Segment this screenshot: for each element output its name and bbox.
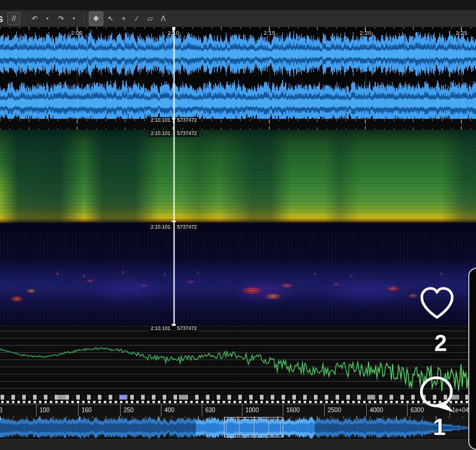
- plus-tool-button[interactable]: +: [118, 13, 130, 25]
- stereo-waveform-display[interactable]: [0, 27, 476, 119]
- ruler-tick: [66, 416, 67, 418]
- ruler-tick: [154, 27, 154, 29]
- ruler-tick: [346, 27, 346, 29]
- ruler-tick: [357, 416, 357, 420]
- ruler-tick: [240, 27, 241, 29]
- redo-menu-button[interactable]: ▾: [68, 13, 80, 25]
- window-bottom-strip: [0, 439, 476, 450]
- ruler-tick: [327, 27, 327, 29]
- ruler-tick: [442, 27, 442, 29]
- plus-tool-icon: +: [121, 14, 125, 23]
- playhead-line[interactable]: [173, 27, 175, 326]
- scale-separator: [283, 404, 283, 417]
- frequency-analysis-curve: [0, 326, 476, 394]
- toolbar-separator: [24, 13, 25, 24]
- undo-menu-button[interactable]: ▾: [42, 13, 54, 25]
- piano-keys: [0, 394, 476, 404]
- pencil-tool-icon: ∕: [136, 14, 137, 23]
- scale-separator: [202, 404, 202, 417]
- ruler-tick: [192, 27, 193, 29]
- ruler-tick: [259, 27, 260, 29]
- slashes-toggle-icon: //: [12, 14, 16, 23]
- frequency-label: 400: [164, 407, 175, 413]
- overview-playhead[interactable]: [254, 416, 255, 439]
- ruler-tick: [211, 416, 212, 418]
- playhead-handle-top[interactable]: [172, 27, 175, 30]
- ruler-tick: [0, 416, 1, 420]
- comment-bubble-icon[interactable]: [418, 376, 457, 414]
- pencil-tool-button[interactable]: ∕: [131, 13, 143, 25]
- frequency-label: 100: [40, 407, 50, 413]
- eraser-tool-button[interactable]: ▱: [144, 13, 156, 25]
- redo-icon: ↷: [58, 14, 64, 23]
- cursor-tool-button[interactable]: ↖: [104, 13, 116, 25]
- cursor-readout-row: 2:10.1015737472: [0, 325, 476, 332]
- ruler-tick: [10, 27, 10, 29]
- ruler-tick: [461, 27, 462, 32]
- scale-separator: [366, 404, 367, 417]
- ruler-tick: [58, 27, 58, 29]
- ruler-tick: [0, 27, 1, 29]
- ruler-tick: [317, 416, 318, 420]
- ruler-tick: [365, 27, 366, 32]
- comment-count: 1: [426, 415, 453, 440]
- ruler-tick: [106, 27, 106, 29]
- frequency-label: 1000: [246, 407, 259, 413]
- cursor-time: 2:10.101: [149, 117, 172, 124]
- ruler-tick: [92, 416, 93, 418]
- ruler-tick: [471, 27, 471, 29]
- time-selection-tool-button[interactable]: ❖: [89, 11, 103, 26]
- redo-button[interactable]: ↷: [55, 13, 67, 25]
- undo-icon: ↶: [32, 14, 38, 23]
- ruler-tick: [29, 27, 29, 30]
- ruler-tick: [291, 416, 291, 418]
- ruler-tick: [79, 416, 80, 420]
- ruler-tick: [144, 27, 145, 29]
- frequency-label: 630: [205, 407, 215, 413]
- ruler-tick: [115, 27, 116, 29]
- ruler-tick: [40, 416, 40, 420]
- frequency-label: 2500: [328, 407, 341, 413]
- ruler-tick: [96, 27, 97, 29]
- undo-button[interactable]: ↶: [29, 13, 41, 25]
- ruler-tick: [106, 416, 106, 418]
- ruler-tick: [172, 416, 172, 418]
- spectrogram-blue[interactable]: [0, 232, 476, 326]
- frequency-scale: 63100160250400630100016002500400063001e+…: [0, 404, 476, 418]
- ruler-tick: [288, 27, 289, 29]
- ruler-tick: [304, 416, 304, 418]
- ruler-tick: [251, 416, 252, 418]
- ruler-tick: [413, 27, 414, 30]
- ruler-tick: [432, 27, 433, 29]
- frequency-label: 63: [0, 407, 2, 413]
- ruler-tick: [396, 416, 397, 420]
- cursor-readout-row: 2:10.1015737472: [0, 224, 476, 230]
- scale-separator: [161, 404, 161, 417]
- ruler-tick: [125, 27, 125, 30]
- toolbar: S //↶▾↷▾❖↖+∕▱Λ: [0, 10, 476, 28]
- toolbar-separator: [84, 13, 85, 24]
- ruler-tick: [119, 416, 119, 420]
- ruler-tick: [462, 416, 463, 418]
- scale-separator: [324, 404, 325, 417]
- cursor-sample: 5737472: [175, 224, 199, 230]
- slashes-toggle-button[interactable]: //: [7, 12, 20, 25]
- ruler-tick: [211, 27, 212, 29]
- ruler-tick: [423, 416, 423, 418]
- ruler-tick: [394, 27, 394, 29]
- ruler-tick: [145, 416, 146, 418]
- ruler-tick: [279, 27, 279, 29]
- ruler-tick: [383, 416, 384, 418]
- ruler-tick: [451, 27, 452, 29]
- ruler-tick: [221, 27, 221, 30]
- ruler-tick: [230, 27, 231, 29]
- cursor-readout-row: 2:10.1015737472: [0, 117, 476, 124]
- spectrogram-green[interactable]: [0, 130, 476, 223]
- measure-tool-button[interactable]: Λ: [157, 13, 169, 25]
- cursor-time: 2:10.101: [149, 224, 172, 230]
- ruler-tick: [409, 416, 410, 418]
- heart-icon[interactable]: [419, 286, 455, 320]
- ruler-tick: [26, 416, 27, 418]
- playhead-handle-mid2[interactable]: [172, 221, 176, 222]
- ruler-tick: [343, 416, 344, 418]
